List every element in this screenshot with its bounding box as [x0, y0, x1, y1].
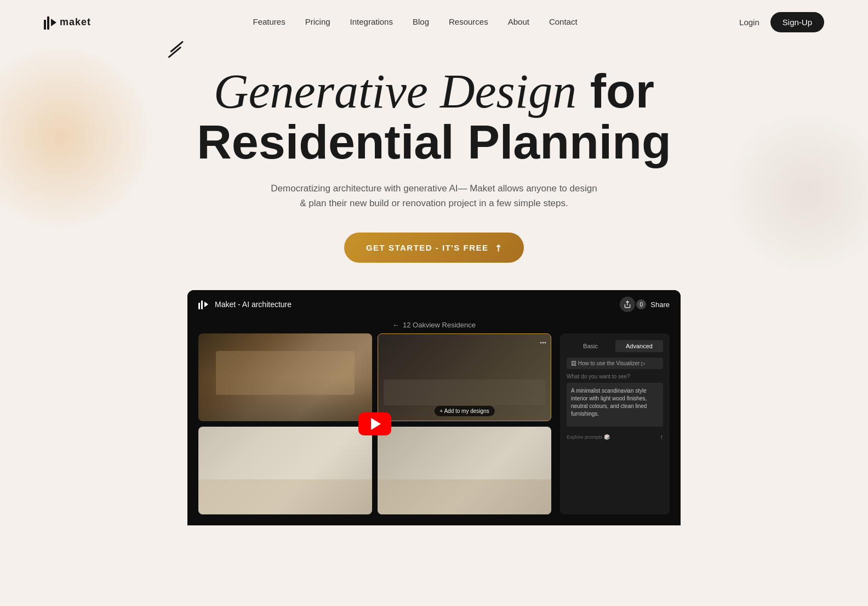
- nav-item-resources[interactable]: Resources: [449, 17, 488, 27]
- image-grid-wrapper: ··· + Add to my designs: [198, 333, 551, 514]
- nav-links: Features Pricing Integrations Blog Resou…: [253, 17, 578, 27]
- nav-link-blog[interactable]: Blog: [413, 17, 429, 26]
- share-label: Share: [650, 301, 670, 309]
- demo-topbar-left: Maket - AI architecture: [198, 299, 292, 309]
- nav-item-contact[interactable]: Contact: [549, 17, 578, 27]
- panel-textarea[interactable]: [567, 383, 663, 427]
- image-card-1[interactable]: [198, 333, 372, 421]
- image-card-4[interactable]: [378, 427, 551, 514]
- hero-title-italic: Generative Design: [214, 65, 576, 118]
- submit-icon[interactable]: ↑: [660, 433, 663, 441]
- demo-breadcrumb: ← 12 Oakview Residence: [187, 319, 681, 333]
- demo-share-area[interactable]: 0 Share: [620, 297, 670, 312]
- navbar: maket Features Pricing Integrations Blog…: [0, 0, 868, 44]
- demo-container: Maket - AI architecture 0 Share ← 12 Oak…: [187, 290, 681, 525]
- panel-footer: Explore prompts 🎲 ↑: [567, 433, 663, 441]
- panel-tabs: Basic Advanced: [567, 340, 663, 352]
- nav-link-features[interactable]: Features: [253, 17, 285, 26]
- nav-link-contact[interactable]: Contact: [549, 17, 578, 26]
- hero-title: Generative Design for Residential Planni…: [187, 66, 681, 168]
- nav-link-pricing[interactable]: Pricing: [305, 17, 330, 26]
- hero-decoration: [164, 49, 181, 55]
- logo-chevron-icon: [51, 19, 56, 26]
- nav-actions: Login Sign-Up: [739, 12, 824, 32]
- demo-logo-mini: [198, 299, 208, 309]
- nav-item-features[interactable]: Features: [253, 17, 285, 27]
- demo-app-title: Maket - AI architecture: [215, 300, 292, 309]
- nav-item-blog[interactable]: Blog: [413, 17, 429, 27]
- add-to-designs-button[interactable]: + Add to my designs: [434, 406, 494, 416]
- signup-button[interactable]: Sign-Up: [770, 12, 824, 32]
- nav-link-about[interactable]: About: [508, 17, 529, 26]
- nav-item-about[interactable]: About: [508, 17, 529, 27]
- demo-content: ··· + Add to my designs: [187, 333, 681, 525]
- image-card-3[interactable]: [198, 427, 372, 514]
- logo-bar-1: [44, 20, 46, 30]
- cta-button[interactable]: GET STARTED - IT'S FREE ↗: [344, 233, 524, 263]
- hero-section: Generative Design for Residential Planni…: [0, 44, 868, 263]
- login-button[interactable]: Login: [739, 18, 760, 27]
- demo-logo-bar-2: [201, 301, 203, 309]
- logo-bar-2: [47, 16, 49, 30]
- image-card-2[interactable]: ··· + Add to my designs: [378, 333, 551, 421]
- panel-tab-basic[interactable]: Basic: [567, 340, 614, 352]
- demo-logo-bar-1: [198, 303, 200, 309]
- panel-tab-advanced[interactable]: Advanced: [615, 340, 663, 352]
- logo-text: maket: [60, 16, 91, 28]
- nav-item-integrations[interactable]: Integrations: [350, 17, 393, 27]
- hero-title-bold: Residential Planning: [197, 115, 671, 169]
- hero-subtitle: Democratizing architecture with generati…: [270, 181, 598, 211]
- image-card-dots[interactable]: ···: [540, 338, 546, 347]
- back-arrow-icon[interactable]: ←: [392, 321, 399, 329]
- demo-topbar: Maket - AI architecture 0 Share: [187, 290, 681, 319]
- nav-link-resources[interactable]: Resources: [449, 17, 488, 26]
- logo[interactable]: maket: [44, 14, 91, 30]
- panel-textarea-label: What do you want to see?: [567, 373, 663, 380]
- cta-label: GET STARTED - IT'S FREE: [366, 243, 489, 252]
- demo-logo-chevron-icon: [204, 302, 208, 307]
- hero-title-regular: for: [576, 64, 654, 118]
- nav-link-integrations[interactable]: Integrations: [350, 17, 393, 26]
- cta-arrow-icon: ↗: [492, 241, 505, 254]
- right-panel: Basic Advanced 🖼 How to use the Visualiz…: [560, 333, 670, 514]
- image-grid: ··· + Add to my designs: [198, 333, 551, 514]
- share-count-badge: 0: [636, 299, 646, 309]
- nav-item-pricing[interactable]: Pricing: [305, 17, 330, 27]
- logo-icon: [44, 14, 56, 30]
- panel-how-to[interactable]: 🖼 How to use the Visualizer ▷: [567, 358, 663, 369]
- share-icon: [620, 297, 635, 312]
- breadcrumb-text: 12 Oakview Residence: [403, 321, 476, 329]
- explore-prompts-label[interactable]: Explore prompts 🎲: [567, 434, 610, 440]
